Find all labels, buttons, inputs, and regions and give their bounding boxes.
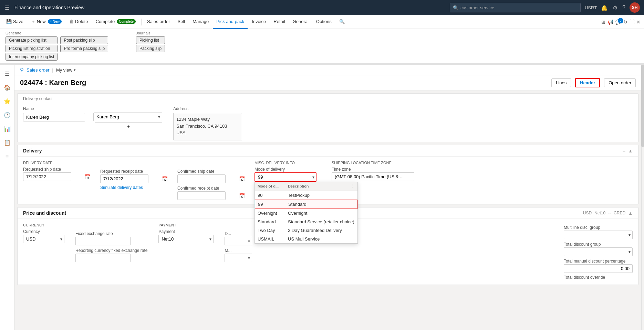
avatar[interactable]: SH bbox=[630, 2, 640, 13]
new-button[interactable]: ＋ New 4 New bbox=[28, 15, 65, 29]
breadcrumb-sales-order[interactable]: Sales order bbox=[27, 67, 49, 73]
picking-list-journal[interactable]: Picking list bbox=[136, 36, 165, 44]
req-receipt-calendar[interactable]: 📅 bbox=[162, 176, 168, 182]
fixed-rate-label: Fixed exchange rate bbox=[75, 231, 147, 236]
username-label: USRT bbox=[585, 5, 597, 10]
req-receipt-label: Requested receipt date bbox=[100, 169, 169, 174]
conf-receipt-input[interactable] bbox=[177, 191, 226, 200]
header-button[interactable]: Header bbox=[575, 78, 600, 87]
options-menu[interactable]: Options bbox=[313, 15, 335, 29]
fixed-rate-input[interactable] bbox=[75, 237, 131, 245]
total-manual-label: Total manual discount percentage bbox=[564, 259, 633, 264]
open-order-button[interactable]: Open order bbox=[604, 78, 636, 87]
sales-order-menu[interactable]: Sales order bbox=[144, 15, 173, 29]
total-discount-select[interactable] bbox=[564, 247, 633, 256]
save-button[interactable]: 💾 Save bbox=[3, 15, 27, 29]
intercompany-picking-list[interactable]: Intercompany picking list bbox=[6, 53, 58, 61]
search-menu-icon[interactable]: 🔍 bbox=[336, 15, 348, 29]
dropdown-item-standard[interactable]: Standard Standard Service (retailer choi… bbox=[255, 217, 357, 226]
dropdown-item-99[interactable]: 99 Standard bbox=[255, 200, 357, 209]
m-select-wrap bbox=[225, 254, 252, 262]
post-packing-slip[interactable]: Post packing slip bbox=[60, 36, 108, 44]
dropdown-item-usmail[interactable]: USMAIL US Mail Service bbox=[255, 235, 357, 243]
m-select[interactable] bbox=[225, 254, 252, 262]
req-ship-label: Requested ship date bbox=[23, 167, 92, 172]
layout-icon1[interactable]: ⊞ bbox=[601, 19, 606, 25]
fixed-rate-inner: Fixed exchange rate Reporting currency f… bbox=[75, 231, 147, 262]
delivery-contact-select[interactable]: Karen Berg bbox=[93, 113, 162, 121]
currency-select[interactable]: USD bbox=[23, 235, 64, 243]
price-header-right: USD Net10 -- CRED ▲ bbox=[583, 211, 633, 216]
payment-select[interactable]: Net10 bbox=[158, 235, 214, 243]
dropdown-item-90[interactable]: 90 TestPickup bbox=[255, 191, 357, 200]
general-menu[interactable]: General bbox=[289, 15, 312, 29]
retail-menu[interactable]: Retail bbox=[270, 15, 288, 29]
sidebar-lines[interactable]: ≡ bbox=[1, 150, 13, 162]
req-ship-input[interactable] bbox=[23, 172, 71, 181]
search-icon: 🔍 bbox=[453, 5, 458, 10]
sidebar-workspaces[interactable]: 📊 bbox=[1, 123, 13, 135]
multiline-select[interactable] bbox=[564, 231, 633, 239]
close-icon[interactable]: ✕ bbox=[636, 19, 641, 25]
req-ship-calendar[interactable]: 📅 bbox=[85, 174, 91, 180]
generate-picking-list[interactable]: Generate picking list bbox=[6, 36, 58, 44]
dropdown-item-overnight[interactable]: Overnight Overnight bbox=[255, 209, 357, 217]
req-ship-input-wrap: 📅 bbox=[23, 172, 92, 181]
complete-button[interactable]: Complete Complete bbox=[92, 15, 139, 29]
item-99-code: 99 bbox=[258, 202, 285, 207]
conf-receipt-label: Confirmed receipt date bbox=[177, 186, 246, 191]
ribbon-sep bbox=[122, 32, 122, 59]
notif-wrap: 💬 0 bbox=[615, 19, 622, 25]
item-90-desc: TestPickup bbox=[288, 193, 355, 198]
conf-receipt-calendar[interactable]: 📅 bbox=[239, 193, 245, 199]
sidebar-modules[interactable]: 📋 bbox=[1, 136, 13, 149]
timezone-input[interactable] bbox=[332, 172, 414, 181]
layout-icon2[interactable]: 📢 bbox=[607, 19, 614, 25]
reporting-rate-input[interactable] bbox=[75, 254, 131, 262]
packing-slip-journal[interactable]: Packing slip bbox=[136, 45, 165, 52]
address-line2: San Francisco, CA 94103 bbox=[176, 123, 239, 130]
total-manual-input[interactable] bbox=[564, 264, 633, 273]
scrollbar-thumb[interactable] bbox=[641, 65, 644, 147]
delete-button[interactable]: 🗑 Delete bbox=[66, 15, 92, 29]
sidebar-home[interactable]: 🏠 bbox=[1, 81, 13, 94]
delivery-collapse[interactable]: ▲ bbox=[628, 148, 633, 153]
confirmed-col: Confirmed ship date 📅 Confirmed receipt … bbox=[177, 161, 246, 200]
conf-ship-calendar[interactable]: 📅 bbox=[239, 176, 245, 182]
picking-list-registration[interactable]: Picking list registration bbox=[6, 45, 58, 52]
pick-and-pack-menu[interactable]: Pick and pack bbox=[213, 15, 248, 29]
sidebar-recent[interactable]: 🕐 bbox=[1, 109, 13, 121]
fullscreen-icon[interactable]: ⛶ bbox=[629, 19, 635, 25]
page-action-group: Lines Header Open order bbox=[551, 78, 636, 87]
top-bar: ☰ Finance and Operations Preview 🔍 USRT … bbox=[0, 0, 644, 15]
lines-button[interactable]: Lines bbox=[551, 78, 571, 87]
mode-delivery-select[interactable]: 90 99 Overnight Standard Two Day USMAIL bbox=[255, 172, 316, 182]
plus-icon: ＋ bbox=[31, 19, 35, 25]
add-contact-button[interactable]: ＋ bbox=[95, 122, 162, 131]
d-select[interactable] bbox=[225, 237, 252, 245]
my-view-dropdown[interactable]: My view ▾ bbox=[56, 67, 76, 73]
sidebar-favorites[interactable]: ⭐ bbox=[1, 95, 13, 107]
journals-items: Picking list Packing slip bbox=[136, 36, 165, 52]
dropdown-more[interactable]: ⋮ bbox=[351, 184, 355, 189]
help-icon[interactable]: ? bbox=[622, 4, 626, 11]
sell-menu[interactable]: Sell bbox=[174, 15, 189, 29]
price-collapse[interactable]: ▲ bbox=[628, 211, 633, 216]
refresh-icon[interactable]: ↻ bbox=[623, 19, 628, 25]
req-receipt-input[interactable] bbox=[100, 174, 148, 183]
dropdown-item-twoday[interactable]: Two Day 2 Day Guaranteed Delivery bbox=[255, 226, 357, 235]
conf-ship-input[interactable] bbox=[177, 174, 226, 183]
manage-menu[interactable]: Manage bbox=[189, 15, 212, 29]
settings-icon[interactable]: ⚙ bbox=[612, 4, 618, 12]
simulate-dates-btn[interactable]: Simulate delivery dates bbox=[100, 185, 143, 190]
sidebar-hamburger[interactable]: ☰ bbox=[1, 67, 13, 80]
hamburger-icon[interactable]: ☰ bbox=[4, 4, 10, 12]
name-input[interactable] bbox=[23, 113, 85, 121]
invoice-menu[interactable]: Invoice bbox=[248, 15, 269, 29]
filter-icon[interactable]: ⚲ bbox=[20, 67, 24, 73]
search-input[interactable] bbox=[460, 5, 578, 10]
total-discount-label: Total discount group bbox=[564, 242, 633, 247]
pro-forma-packing-slip[interactable]: Pro forma packing slip bbox=[60, 45, 108, 52]
bell-icon[interactable]: 🔔 bbox=[600, 4, 609, 12]
address-field: Address 1234 Maple Way San Francisco, CA… bbox=[173, 106, 242, 140]
